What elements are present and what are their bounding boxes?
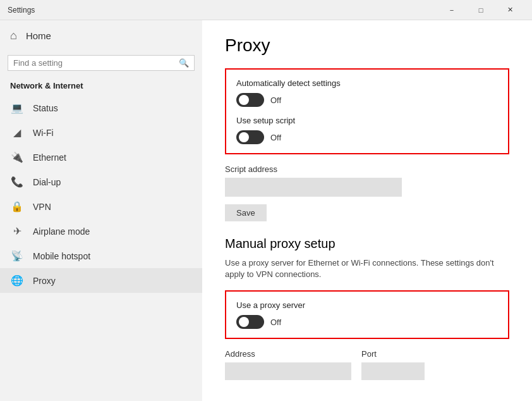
manual-proxy-box: Use a proxy server Off (225, 290, 509, 339)
vpn-icon: 🔒 (10, 200, 24, 213)
setup-script-state: Off (270, 133, 281, 142)
port-block: Port (361, 349, 425, 380)
proxy-icon: 🌐 (10, 275, 24, 287)
airplane-icon: ✈ (10, 225, 24, 237)
use-proxy-label: Use a proxy server (236, 300, 498, 310)
use-proxy-toggle[interactable] (236, 315, 264, 329)
sidebar-item-label-hotspot: Mobile hotspot (33, 251, 90, 261)
sidebar-item-airplane[interactable]: ✈ Airplane mode (0, 219, 202, 244)
address-block: Address (225, 349, 351, 380)
titlebar-controls: − □ ✕ (437, 0, 524, 20)
setup-script-toggle-row: Off (236, 130, 498, 144)
sidebar-item-status[interactable]: 💻 Status (0, 96, 202, 120)
dialup-icon: 📞 (10, 176, 24, 188)
save-button[interactable]: Save (225, 204, 267, 221)
auto-proxy-box: Automatically detect settings Off Use se… (225, 68, 509, 154)
script-address-input[interactable] (225, 178, 402, 197)
auto-detect-toggle[interactable] (236, 93, 264, 107)
manual-proxy-title: Manual proxy setup (225, 237, 509, 251)
sidebar-item-label-ethernet: Ethernet (33, 152, 66, 163)
wifi-icon: ◢ (10, 126, 24, 139)
port-label: Port (361, 349, 425, 359)
ethernet-icon: 🔌 (10, 151, 24, 163)
port-input[interactable] (361, 362, 425, 380)
maximize-button[interactable]: □ (466, 0, 495, 20)
sidebar-item-label-airplane: Airplane mode (33, 226, 90, 237)
sidebar-item-label-vpn: VPN (33, 202, 51, 212)
sidebar-item-proxy[interactable]: 🌐 Proxy (0, 268, 202, 293)
use-proxy-state: Off (270, 318, 281, 327)
home-icon: ⌂ (10, 29, 17, 42)
minimize-button[interactable]: − (437, 0, 466, 20)
content-area: Proxy Automatically detect settings Off … (202, 20, 532, 401)
sidebar-item-dialup[interactable]: 📞 Dial-up (0, 170, 202, 194)
auto-detect-toggle-row: Off (236, 93, 498, 107)
auto-detect-label: Automatically detect settings (236, 78, 498, 88)
setup-script-label: Use setup script (236, 116, 498, 125)
sidebar-section-label: Network & Internet (0, 77, 202, 96)
script-address-label: Script address (225, 164, 509, 174)
home-label: Home (26, 30, 51, 41)
address-label: Address (225, 349, 351, 359)
search-input[interactable] (13, 58, 179, 68)
address-port-row: Address Port (225, 349, 509, 380)
sidebar-item-label-wifi: Wi-Fi (33, 128, 54, 138)
page-title: Proxy (225, 35, 509, 56)
sidebar-item-ethernet[interactable]: 🔌 Ethernet (0, 145, 202, 170)
sidebar-item-home[interactable]: ⌂ Home (0, 20, 202, 51)
search-icon: 🔍 (179, 58, 189, 68)
sidebar: ⌂ Home 🔍 Network & Internet 💻 Status ◢ W… (0, 20, 202, 401)
sidebar-item-label-proxy: Proxy (33, 276, 56, 286)
sidebar-item-label-dialup: Dial-up (33, 177, 61, 187)
auto-detect-state: Off (270, 96, 281, 105)
sidebar-item-vpn[interactable]: 🔒 VPN (0, 194, 202, 219)
sidebar-item-hotspot[interactable]: 📡 Mobile hotspot (0, 244, 202, 268)
address-input[interactable] (225, 362, 351, 380)
setup-script-toggle[interactable] (236, 130, 264, 144)
search-box: 🔍 (8, 55, 195, 71)
titlebar-title: Settings (8, 6, 437, 15)
sidebar-item-wifi[interactable]: ◢ Wi-Fi (0, 120, 202, 145)
use-proxy-toggle-row: Off (236, 315, 498, 329)
app-body: ⌂ Home 🔍 Network & Internet 💻 Status ◢ W… (0, 20, 532, 401)
close-button[interactable]: ✕ (495, 0, 524, 20)
status-icon: 💻 (10, 102, 24, 114)
manual-proxy-description: Use a proxy server for Ethernet or Wi-Fi… (225, 257, 509, 280)
titlebar: Settings − □ ✕ (0, 0, 532, 20)
sidebar-item-label-status: Status (33, 103, 58, 113)
hotspot-icon: 📡 (10, 250, 24, 262)
